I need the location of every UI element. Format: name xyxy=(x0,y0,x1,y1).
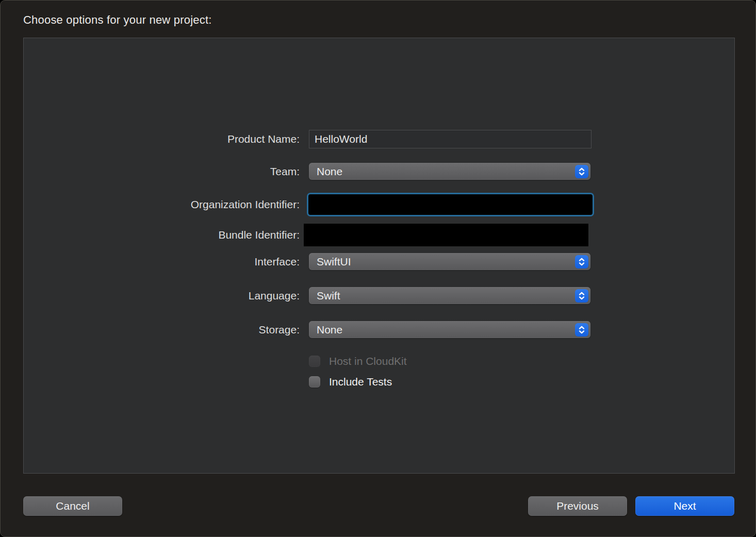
row-host-in-cloudkit: Host in CloudKit xyxy=(23,356,735,367)
interface-label: Interface: xyxy=(23,256,300,268)
team-label: Team: xyxy=(23,165,300,178)
include-tests-label: Include Tests xyxy=(329,376,392,388)
bundle-identifier-value xyxy=(304,224,588,246)
row-product-name: Product Name: xyxy=(23,130,735,148)
product-name-label: Product Name: xyxy=(23,133,300,145)
team-popup[interactable]: None xyxy=(309,163,590,180)
row-language: Language: Swift xyxy=(23,287,735,304)
previous-button[interactable]: Previous xyxy=(528,496,627,516)
interface-popup[interactable]: SwiftUI xyxy=(309,253,590,270)
popup-chevrons-icon xyxy=(575,323,588,337)
bundle-identifier-label: Bundle Identifier: xyxy=(23,229,300,241)
row-include-tests: Include Tests xyxy=(23,376,735,388)
organization-identifier-input[interactable] xyxy=(307,193,594,216)
storage-popup[interactable]: None xyxy=(309,321,590,338)
team-popup-value: None xyxy=(309,165,342,178)
popup-chevrons-icon xyxy=(575,255,588,268)
row-organization-identifier: Organization Identifier: xyxy=(23,193,735,216)
row-storage: Storage: None xyxy=(23,321,735,338)
language-popup[interactable]: Swift xyxy=(309,287,590,304)
new-project-options-dialog: Choose options for your new project: Pro… xyxy=(0,0,756,537)
popup-chevrons-icon xyxy=(575,289,588,303)
row-bundle-identifier: Bundle Identifier: xyxy=(23,224,735,246)
row-team: Team: None xyxy=(23,163,735,180)
row-interface: Interface: SwiftUI xyxy=(23,253,735,270)
cancel-button[interactable]: Cancel xyxy=(23,496,122,516)
interface-popup-value: SwiftUI xyxy=(309,256,351,268)
dialog-title: Choose options for your new project: xyxy=(23,13,212,27)
storage-label: Storage: xyxy=(23,324,300,336)
include-tests-checkbox[interactable] xyxy=(309,376,320,388)
next-button[interactable]: Next xyxy=(635,496,734,516)
host-in-cloudkit-checkbox xyxy=(309,356,320,367)
storage-popup-value: None xyxy=(309,324,342,336)
language-label: Language: xyxy=(23,290,300,302)
host-in-cloudkit-label: Host in CloudKit xyxy=(329,355,407,367)
language-popup-value: Swift xyxy=(309,290,340,302)
product-name-input[interactable] xyxy=(309,130,591,148)
popup-chevrons-icon xyxy=(575,165,588,178)
organization-identifier-label: Organization Identifier: xyxy=(23,198,300,211)
